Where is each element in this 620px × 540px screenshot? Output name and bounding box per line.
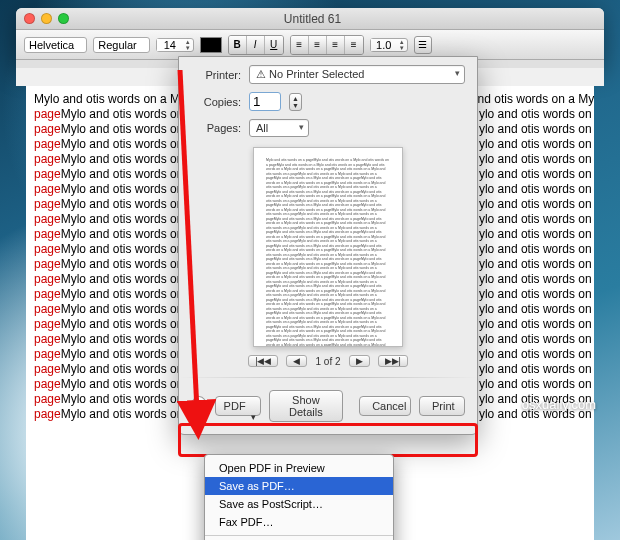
menu-separator	[205, 535, 393, 536]
preview-page: Mylo and otis words on a pageMylo and ot…	[253, 147, 403, 347]
minimize-icon[interactable]	[41, 13, 52, 24]
font-size-input[interactable]	[157, 39, 183, 51]
print-dialog-footer: ? PDF Show Details Cancel Print	[179, 382, 477, 434]
lists-button[interactable]: ☰	[414, 36, 432, 54]
printer-label: Printer:	[191, 69, 241, 81]
pdf-menu-item[interactable]: Save as PostScript…	[205, 495, 393, 513]
underline-button[interactable]: U	[265, 36, 283, 54]
font-family-select[interactable]: Helvetica	[24, 37, 87, 53]
print-button[interactable]: Print	[419, 396, 465, 416]
line-spacing-input[interactable]	[371, 39, 397, 51]
copies-stepper[interactable]: ▲▼	[289, 93, 302, 111]
pdf-dropdown-button[interactable]: PDF	[215, 396, 261, 416]
print-dialog: Printer: ⚠ No Printer Selected Copies: ▲…	[178, 56, 478, 435]
show-details-button[interactable]: Show Details	[269, 390, 344, 422]
pages-label: Pages:	[191, 122, 241, 134]
zoom-icon[interactable]	[58, 13, 69, 24]
window-title: Untitled 61	[69, 12, 556, 26]
printer-select[interactable]: ⚠ No Printer Selected	[249, 65, 465, 84]
help-button[interactable]: ?	[191, 396, 207, 416]
print-preview: Mylo and otis words on a pageMylo and ot…	[253, 147, 403, 347]
text-color-swatch[interactable]	[200, 37, 222, 53]
prev-page-button[interactable]: ◀	[286, 355, 307, 367]
pager-text: 1 of 2	[315, 356, 340, 367]
next-page-button[interactable]: ▶	[349, 355, 370, 367]
pdf-menu-item[interactable]: Save as PDF…	[205, 477, 393, 495]
align-left-icon[interactable]: ≡	[291, 36, 309, 54]
italic-button[interactable]: I	[247, 36, 265, 54]
pages-select[interactable]: All	[249, 119, 309, 137]
line-spacing-stepper[interactable]: ▲▼	[370, 38, 408, 52]
align-group: ≡ ≡ ≡ ≡	[290, 35, 364, 55]
preview-pager: |◀◀ ◀ 1 of 2 ▶ ▶▶|	[179, 355, 477, 367]
bold-button[interactable]: B	[229, 36, 247, 54]
traffic-lights	[24, 13, 69, 24]
pdf-menu-item[interactable]: Fax PDF…	[205, 513, 393, 531]
close-icon[interactable]	[24, 13, 35, 24]
separator	[179, 377, 477, 378]
font-style-select[interactable]: Regular	[93, 37, 150, 53]
align-center-icon[interactable]: ≡	[309, 36, 327, 54]
copies-input[interactable]	[249, 92, 281, 111]
watermark: osxdaily.com	[522, 397, 596, 412]
style-group: B I U	[228, 35, 284, 55]
first-page-button[interactable]: |◀◀	[248, 355, 278, 367]
pdf-dropdown-menu: Open PDF in PreviewSave as PDF…Save as P…	[204, 454, 394, 540]
pdf-menu-item[interactable]: Open PDF in Preview	[205, 459, 393, 477]
cancel-button[interactable]: Cancel	[359, 396, 411, 416]
font-size-stepper[interactable]: ▲▼	[156, 38, 194, 52]
align-justify-icon[interactable]: ≡	[345, 36, 363, 54]
copies-label: Copies:	[191, 96, 241, 108]
last-page-button[interactable]: ▶▶|	[378, 355, 408, 367]
align-right-icon[interactable]: ≡	[327, 36, 345, 54]
window-titlebar[interactable]: Untitled 61	[16, 8, 604, 30]
